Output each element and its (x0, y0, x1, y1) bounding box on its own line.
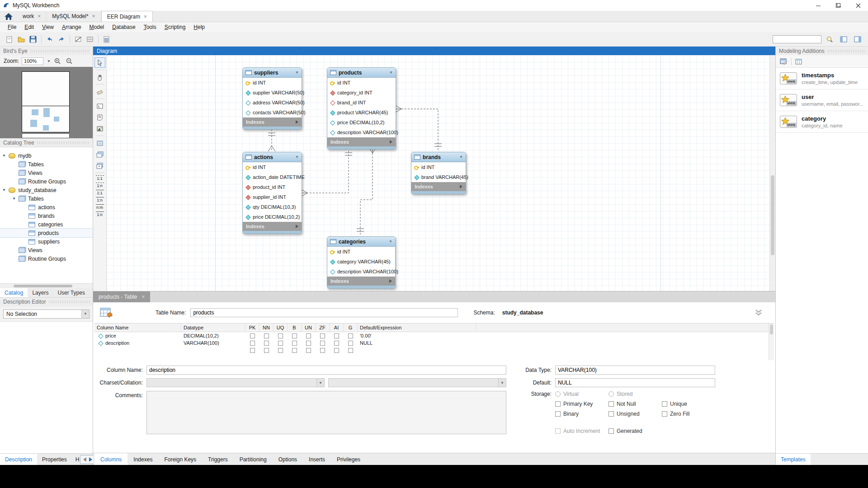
uq-checkbox[interactable] (274, 339, 288, 347)
grid-row[interactable] (94, 347, 774, 354)
new-model-icon[interactable] (4, 34, 15, 45)
zf-checkbox[interactable] (316, 332, 330, 339)
checkbox-icon[interactable] (555, 428, 561, 434)
edit-addition-icon[interactable] (780, 58, 788, 65)
grid-column-header[interactable]: UN (302, 324, 316, 332)
note-tool-icon[interactable]: N (94, 112, 105, 122)
nn-checkbox[interactable] (259, 347, 274, 354)
tree-item[interactable]: products (0, 229, 93, 237)
radio-icon[interactable] (609, 391, 614, 397)
tree-item[interactable]: actions (0, 203, 93, 211)
table-figure-header[interactable]: categories ▼ (327, 237, 395, 247)
search-options-icon[interactable] (824, 34, 835, 45)
table-indexes-footer[interactable]: Indexes (327, 277, 395, 286)
table-collapse-icon[interactable]: ▼ (295, 70, 299, 75)
column-flag-checkbox[interactable]: Auto Increment (555, 428, 609, 434)
toggle-left-panel-icon[interactable] (838, 34, 849, 45)
eraser-tool-icon[interactable] (94, 86, 105, 97)
editor-section-tab[interactable]: Partitioning (234, 453, 273, 465)
diagram-table-figure[interactable]: suppliers ▼ id INT (242, 67, 302, 130)
menu-item[interactable]: Scripting (160, 23, 190, 32)
grid-icon[interactable] (84, 34, 96, 45)
cursor-tool-icon[interactable] (94, 57, 105, 68)
table-tool-icon[interactable] (94, 138, 105, 148)
new-diagram-icon[interactable] (101, 34, 113, 45)
modeling-addition-item[interactable]: MWB timestamps create_time, update_time (776, 68, 868, 89)
tree-expander-icon[interactable]: ▼ (2, 154, 9, 158)
diagram-table-figure[interactable]: actions ▼ id INT (242, 152, 302, 234)
un-checkbox[interactable] (302, 339, 316, 347)
default-input[interactable] (555, 378, 715, 387)
grid-column-header[interactable]: G (344, 324, 358, 332)
zoom-out-icon[interactable] (65, 56, 74, 66)
document-tab[interactable]: EER Diagram × (101, 11, 153, 22)
checkbox-icon[interactable] (662, 411, 667, 417)
pk-checkbox[interactable] (245, 347, 259, 354)
modeling-addition-item[interactable]: MWB category category_id, name (776, 111, 868, 133)
table-indexes-footer[interactable]: Indexes (243, 222, 302, 231)
table-column-row[interactable]: category VARCHAR(45) (327, 257, 395, 267)
editor-section-tab[interactable]: Privileges (331, 453, 366, 465)
table-column-row[interactable]: description VARCHAR(100) (327, 267, 395, 277)
tree-item[interactable]: Views (0, 246, 93, 254)
checkbox-icon[interactable] (555, 401, 561, 407)
sidebar-tab[interactable]: Layers (28, 288, 53, 297)
table-column-row[interactable]: id INT (327, 247, 395, 257)
table-indexes-footer[interactable]: Indexes (411, 182, 466, 191)
table-collapse-icon[interactable]: ▼ (389, 239, 392, 244)
column-name-input[interactable] (146, 366, 506, 375)
column-flag-checkbox[interactable]: Unsigned (609, 411, 662, 417)
relationship-tool[interactable]: n:m (94, 204, 105, 210)
table-column-row[interactable]: description VARCHAR(100) (327, 127, 396, 137)
slashed-square-icon[interactable] (72, 34, 84, 45)
tab-close-icon[interactable]: × (144, 14, 147, 20)
menu-item[interactable]: Help (189, 23, 209, 32)
table-column-row[interactable]: id INT (243, 78, 302, 88)
checkbox-icon[interactable] (662, 401, 667, 407)
grid-column-header[interactable]: Datatype (181, 324, 245, 332)
bottom-tab[interactable]: Description (0, 454, 37, 465)
b-checkbox[interactable] (288, 347, 302, 354)
pk-checkbox[interactable] (245, 332, 259, 339)
redo-icon[interactable] (56, 34, 67, 45)
routine-group-tool-icon[interactable] (94, 160, 105, 171)
menu-item[interactable]: Database (108, 23, 139, 32)
relationship-tool[interactable]: 1:1 (94, 190, 105, 195)
table-column-row[interactable]: price DECIMAL(10,2) (327, 117, 396, 127)
zf-checkbox[interactable] (316, 347, 330, 354)
tree-item[interactable]: Tables (0, 160, 93, 169)
table-column-row[interactable]: id INT (411, 162, 466, 172)
grid-column-header[interactable]: UQ (274, 324, 288, 332)
tab-close-icon[interactable]: × (142, 294, 145, 300)
g-checkbox[interactable] (344, 339, 358, 347)
editor-section-tab[interactable]: Options (273, 453, 303, 465)
tree-item[interactable]: categories (0, 220, 93, 229)
chevron-down-icon[interactable]: ▼ (316, 379, 324, 387)
editor-tab[interactable]: products - Table × (93, 291, 150, 302)
sidebar-tab[interactable]: Catalog (0, 288, 28, 297)
storage-radio[interactable]: Virtual (555, 391, 609, 397)
checkbox-icon[interactable] (555, 411, 561, 417)
b-checkbox[interactable] (288, 339, 302, 347)
view-tool-icon[interactable] (94, 149, 105, 160)
document-tab[interactable]: work × (17, 11, 47, 22)
zoom-dropdown-icon[interactable]: ▼ (47, 59, 51, 63)
table-column-row[interactable]: contacts VARCHAR(50) (243, 108, 302, 117)
un-checkbox[interactable] (302, 332, 316, 339)
toolbar-search-input[interactable] (773, 35, 821, 43)
storage-radio[interactable]: Stored (609, 391, 662, 397)
zoom-in-icon[interactable] (53, 56, 62, 66)
table-column-row[interactable]: action_date DATETIME (243, 172, 302, 182)
tab-close-icon[interactable]: × (92, 13, 95, 19)
table-collapse-icon[interactable]: ▼ (389, 70, 393, 75)
close-button[interactable] (848, 0, 868, 11)
table-column-row[interactable]: id INT (243, 162, 302, 172)
table-column-row[interactable]: id INT (327, 78, 396, 88)
tree-expander-icon[interactable]: ▼ (12, 197, 19, 201)
relationship-tool[interactable]: 1:1 (94, 175, 105, 181)
tree-item[interactable]: ▼ Tables (0, 194, 93, 203)
grid-column-header[interactable]: PK (245, 324, 259, 332)
checkbox-icon[interactable] (609, 401, 614, 407)
column-flag-checkbox[interactable]: Zero Fill (662, 411, 715, 417)
table-column-row[interactable]: supplier_id INT (243, 192, 302, 202)
